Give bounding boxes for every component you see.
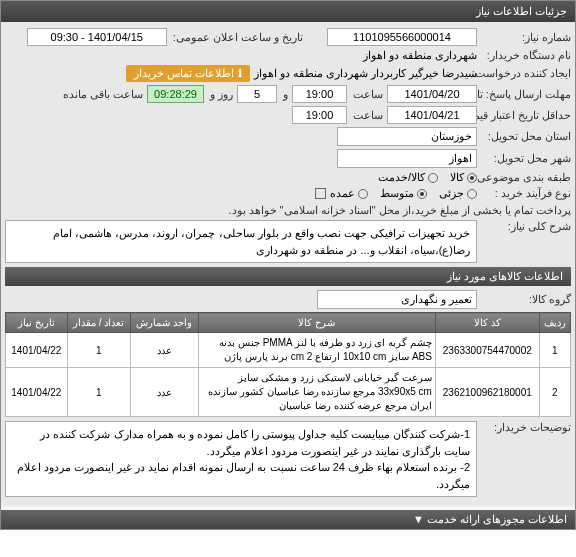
col-code: کد کالا [435,313,539,333]
category-service[interactable]: کالا/خدمت [378,171,438,184]
category-goods-label: کالا [450,171,464,184]
need-number-label: شماره نیاز: [481,31,571,44]
cell-desc: سرعت گیر خیابانی لاستیکی زرد و مشکی سایز… [198,368,435,417]
items-table: ردیف کد کالا شرح کالا واحد شمارش تعداد /… [5,312,571,417]
days-value: 5 [237,85,277,103]
org-label: نام دستگاه خریدار: [481,49,571,62]
process-large-label: عمده [330,187,355,200]
panel-title: جزئیات اطلاعات نیاز [1,1,575,22]
cell-code: 2363300754470002 [435,333,539,368]
cell-row: 2 [539,368,570,417]
radio-icon [467,173,477,183]
group-label: گروه کالا: [481,293,571,306]
category-label: طبقه بندی موضوعی: [481,171,571,184]
buyer-contact-label: اطلاعات تماس خریدار [134,67,234,80]
announce-value: 1401/04/15 - 09:30 [27,28,167,46]
deadline-date: 1401/04/20 [387,85,477,103]
org-value: شهرداری منطقه دو اهواز [363,49,477,62]
category-radio-group: کالا کالا/خدمت [378,171,477,184]
time-label-2: ساعت [351,109,383,122]
need-details-panel: جزئیات اطلاعات نیاز شماره نیاز: 11010955… [0,0,576,530]
deadline-label: مهلت ارسال پاسخ: تا تاریخ: [481,88,571,101]
province-value: خوزستان [337,127,477,146]
radio-icon [467,189,477,199]
info-icon: ℹ [238,67,242,80]
days-label: روز و [208,88,233,101]
buyer-notes-label: توضیحات خریدار: [481,421,571,434]
min-valid-label: حداقل تاریخ اعتبار قیمت: تا تاریخ: [481,109,571,122]
table-row: 22362100962180001سرعت گیر خیابانی لاستیک… [6,368,571,417]
radio-icon [358,189,368,199]
remaining-time: 09:28:29 [147,85,204,103]
process-small-label: جزئی [439,187,464,200]
buyer-notes-text: 1-شرکت کنندگان میبایست کلیه جداول پیوستی… [5,421,477,497]
announce-label: تاریخ و ساعت اعلان عمومی: [171,31,303,44]
process-large[interactable]: عمده [330,187,368,200]
buyer-contact-button[interactable]: ℹ اطلاعات تماس خریدار [126,65,250,82]
radio-icon [417,189,427,199]
cell-code: 2362100962180001 [435,368,539,417]
payment-note: پرداخت تمام یا بخشی از مبلغ خرید،از محل … [5,204,571,217]
process-small[interactable]: جزئی [439,187,477,200]
col-date: تاریخ نیاز [6,313,68,333]
cell-row: 1 [539,333,570,368]
cell-qty: 1 [67,333,130,368]
radio-icon [428,173,438,183]
table-header-row: ردیف کد کالا شرح کالا واحد شمارش تعداد /… [6,313,571,333]
cell-qty: 1 [67,368,130,417]
process-label: نوع فرآیند خرید : [481,187,571,200]
need-number-value: 1101095566000014 [327,28,477,46]
col-row: ردیف [539,313,570,333]
col-unit: واحد شمارش [130,313,198,333]
category-goods[interactable]: کالا [450,171,477,184]
cell-unit: عدد [130,368,198,417]
deadline-time: 19:00 [292,85,347,103]
col-desc: شرح کالا [198,313,435,333]
cell-unit: عدد [130,333,198,368]
category-service-label: کالا/خدمت [378,171,425,184]
time-label-1: ساعت [351,88,383,101]
table-row: 12363300754470002چشم گربه ای زرد دو طرفه… [6,333,571,368]
summary-text: خرید تجهیزات ترافیکی جهت نصب واقع در بلو… [5,220,477,263]
process-medium-label: متوسط [380,187,414,200]
summary-label: شرح کلی نیاز: [481,220,571,233]
cell-desc: چشم گربه ای زرد دو طرفه با لنز PMMA جنس … [198,333,435,368]
items-section-header: اطلاعات کالاهای مورد نیاز [5,267,571,286]
col-qty: تعداد / مقدار [67,313,130,333]
process-medium[interactable]: متوسط [380,187,427,200]
remain-label: ساعت باقی مانده [61,88,143,101]
city-label: شهر محل تحویل: [481,152,571,165]
treasury-checkbox[interactable] [315,188,326,199]
min-valid-date: 1401/04/21 [387,106,477,124]
creator-value: سیدرضا خیرگیر کاربردار شهرداری منطقه دو … [254,67,477,80]
group-value: تعمیر و نگهداری [317,290,477,309]
city-value: اهواز [337,149,477,168]
creator-label: ایجاد کننده درخواست: [481,67,571,80]
and-label: و [281,88,288,101]
permits-section-header[interactable]: اطلاعات مجوزهای ارائه خدمت ▼ [1,510,575,529]
cell-date: 1401/04/22 [6,333,68,368]
process-radio-group: جزئی متوسط عمده [330,187,477,200]
cell-date: 1401/04/22 [6,368,68,417]
min-valid-time: 19:00 [292,106,347,124]
province-label: استان محل تحویل: [481,130,571,143]
